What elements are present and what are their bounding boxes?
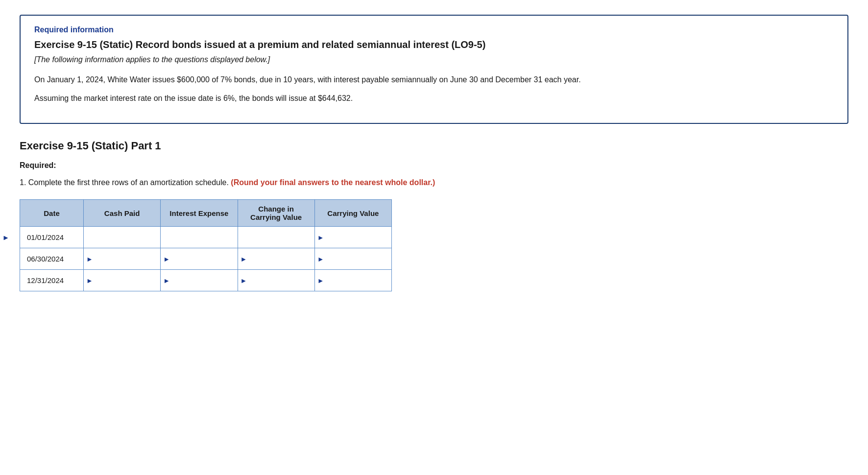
- required-label: Required:: [20, 161, 848, 170]
- interest-expense-cell-3[interactable]: ►: [161, 270, 238, 291]
- change-carrying-input-3[interactable]: [245, 276, 308, 285]
- col-header-carrying-value: Carrying Value: [314, 200, 391, 227]
- arrow-date-3: ►: [2, 234, 9, 241]
- date-cell-3: ► 12/31/2024: [20, 270, 84, 291]
- col-header-interest-expense: Interest Expense: [161, 200, 238, 227]
- arrow-change-3: ►: [241, 277, 247, 285]
- carrying-value-input-3[interactable]: [322, 276, 385, 285]
- cash-paid-cell-1[interactable]: [84, 227, 161, 248]
- col-header-change-carrying: Change inCarrying Value: [238, 200, 314, 227]
- arrow-cash-2: ►: [86, 255, 93, 263]
- change-carrying-cell-1[interactable]: [238, 227, 314, 248]
- carrying-value-cell-2[interactable]: ►: [314, 248, 391, 270]
- interest-expense-cell-1[interactable]: [161, 227, 238, 248]
- arrow-cash-3: ►: [86, 277, 93, 285]
- info-box: Required information Exercise 9-15 (Stat…: [20, 15, 848, 124]
- amortization-table: Date Cash Paid Interest Expense Change i…: [20, 199, 392, 291]
- cash-paid-cell-2[interactable]: ►: [84, 248, 161, 270]
- change-carrying-input-1[interactable]: [245, 233, 308, 241]
- carrying-value-cell-1[interactable]: ►: [314, 227, 391, 248]
- date-cell-2: ► 06/30/2024: [20, 248, 84, 270]
- exercise-title: Exercise 9-15 (Static) Record bonds issu…: [34, 39, 834, 50]
- italic-note: [The following information applies to th…: [34, 55, 834, 64]
- instruction: 1. Complete the first three rows of an a…: [20, 177, 848, 189]
- instruction-text: 1. Complete the first three rows of an a…: [20, 178, 229, 187]
- col-header-cash-paid: Cash Paid: [84, 200, 161, 227]
- carrying-value-cell-3[interactable]: ►: [314, 270, 391, 291]
- carrying-value-input-1[interactable]: [322, 233, 385, 241]
- info-paragraph-1: On January 1, 2024, White Water issues $…: [34, 74, 834, 86]
- cash-paid-input-1[interactable]: [91, 233, 153, 241]
- arrow-interest-3: ►: [163, 277, 170, 285]
- change-carrying-input-2[interactable]: [245, 255, 308, 263]
- interest-expense-cell-2[interactable]: ►: [161, 248, 238, 270]
- interest-expense-input-2[interactable]: [168, 255, 230, 263]
- table-row: ► 06/30/2024 ► ► ► ►: [20, 248, 392, 270]
- date-cell-1: 01/01/2024: [20, 227, 84, 248]
- instruction-highlight: (Round your final answers to the nearest…: [231, 178, 435, 187]
- carrying-value-input-2[interactable]: [322, 255, 385, 263]
- part-title: Exercise 9-15 (Static) Part 1: [20, 140, 848, 152]
- change-carrying-cell-3[interactable]: ►: [238, 270, 314, 291]
- cash-paid-input-3[interactable]: [91, 276, 153, 285]
- table-row: 01/01/2024 ►: [20, 227, 392, 248]
- interest-expense-input-1[interactable]: [168, 233, 230, 241]
- col-header-date: Date: [20, 200, 84, 227]
- info-paragraph-2: Assuming the market interest rate on the…: [34, 93, 834, 104]
- table-row: ► 12/31/2024 ► ► ► ►: [20, 270, 392, 291]
- arrow-change-2: ►: [241, 255, 247, 263]
- change-carrying-cell-2[interactable]: ►: [238, 248, 314, 270]
- arrow-cv-3: ►: [317, 277, 324, 285]
- table-header-row: Date Cash Paid Interest Expense Change i…: [20, 200, 392, 227]
- required-info-label: Required information: [34, 25, 834, 34]
- arrow-interest-2: ►: [163, 255, 170, 263]
- cash-paid-cell-3[interactable]: ►: [84, 270, 161, 291]
- arrow-icon-1: ►: [317, 234, 324, 241]
- interest-expense-input-3[interactable]: [168, 276, 230, 285]
- arrow-cv-2: ►: [317, 255, 324, 263]
- cash-paid-input-2[interactable]: [91, 255, 153, 263]
